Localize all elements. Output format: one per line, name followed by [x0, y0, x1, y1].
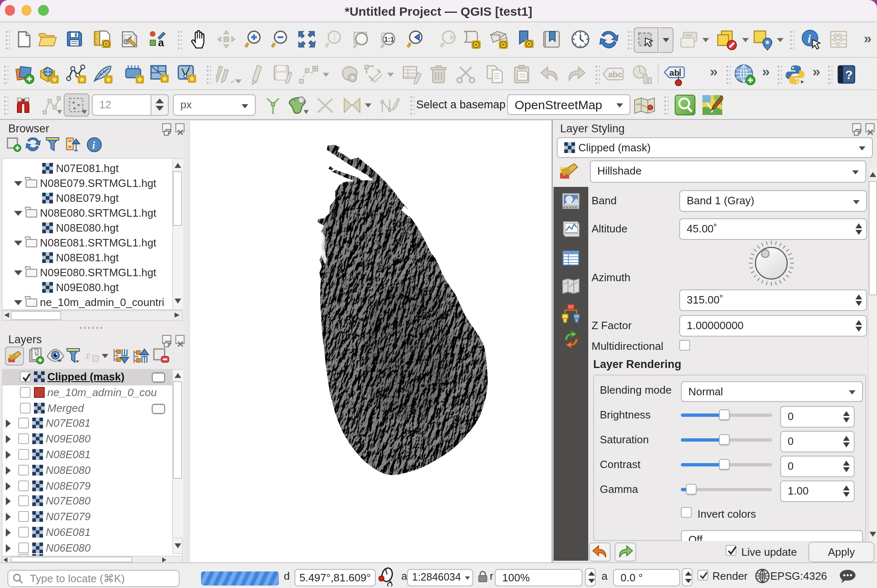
svg-text:ε: ε — [86, 349, 91, 361]
svg-text:?: ? — [845, 68, 853, 81]
svg-text:ab: ab — [669, 68, 680, 77]
svg-text:a: a — [158, 36, 164, 48]
svg-text:i: i — [92, 140, 95, 151]
svg-text:i: i — [808, 32, 811, 45]
svg-text:1:1: 1:1 — [384, 36, 394, 43]
svg-text:abc: abc — [608, 70, 622, 79]
